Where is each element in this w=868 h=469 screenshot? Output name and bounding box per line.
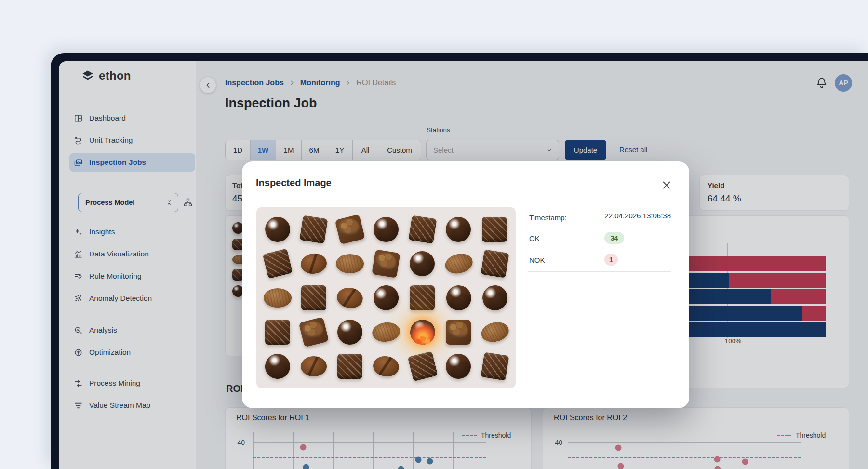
chocolate-cluster (328, 208, 372, 250)
chocolate-square (404, 281, 441, 315)
chocolate-square (295, 281, 332, 315)
close-icon[interactable] (660, 179, 673, 191)
laptop-frame: ethon DashboardUnit TrackingInspection J… (51, 53, 868, 469)
chocolate-egg (365, 347, 406, 386)
chocolate-ball (441, 349, 477, 383)
ok-count-badge: 34 (604, 232, 624, 244)
chocolate-anomaly (401, 312, 442, 352)
chocolate-egg (294, 244, 334, 283)
chocolate-ball (475, 279, 515, 317)
chocolate-square (474, 244, 515, 283)
chocolate-grid (256, 207, 516, 388)
chocolate-square (332, 349, 368, 383)
chocolate-square (259, 315, 295, 349)
app-window: ethon DashboardUnit TrackingInspection J… (59, 61, 868, 469)
nok-count-badge: 1 (604, 254, 618, 266)
divider (528, 250, 671, 250)
divider (528, 271, 671, 272)
nok-label: NOK (529, 256, 545, 264)
screenshot-stage: ethon DashboardUnit TrackingInspection J… (0, 0, 868, 469)
chocolate-ball (404, 246, 441, 281)
chocolate-almond (366, 313, 406, 351)
chocolate-cluster (292, 311, 335, 353)
chocolate-square (256, 242, 299, 284)
chocolate-ball (368, 212, 404, 246)
chocolate-almond (332, 246, 368, 281)
chocolate-cluster (441, 315, 477, 349)
chocolate-square (293, 210, 334, 249)
ok-label: OK (529, 234, 540, 242)
chocolate-cluster (365, 244, 406, 283)
chocolate-square (474, 347, 515, 386)
chocolate-square (401, 345, 444, 387)
chocolate-square (401, 210, 442, 249)
chocolate-egg (329, 278, 370, 318)
inspected-image (256, 207, 516, 388)
inspected-image-modal: Inspected Image Timestamp: 22.04.2026 13… (242, 161, 689, 408)
chocolate-ball (438, 278, 479, 318)
chocolate-ball (257, 210, 297, 249)
chocolate-egg (295, 349, 332, 383)
timestamp-value: 22.04.2026 13:06:38 (528, 212, 671, 220)
chocolate-ball (257, 347, 298, 386)
modal-title: Inspected Image (256, 177, 332, 188)
chocolate-ball (332, 315, 368, 349)
divider (528, 228, 671, 228)
chocolate-square (477, 212, 513, 246)
chocolate-ball (441, 212, 477, 246)
chocolate-almond (259, 281, 295, 315)
